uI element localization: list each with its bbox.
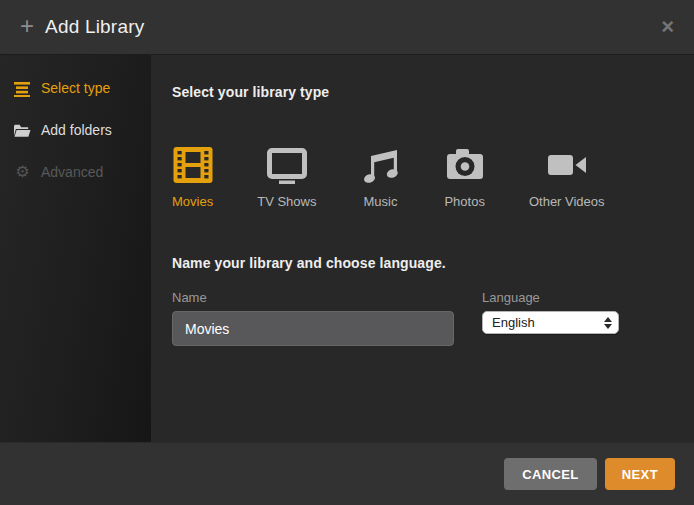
music-note-icon <box>360 145 400 185</box>
name-field-label: Name <box>172 290 454 305</box>
video-camera-icon <box>547 145 587 185</box>
sidebar-item-advanced[interactable]: ⚙ Advanced <box>0 151 151 193</box>
tv-icon <box>266 145 308 185</box>
library-type-label: Other Videos <box>529 194 605 209</box>
close-icon[interactable]: × <box>661 16 674 38</box>
language-field-label: Language <box>482 290 619 305</box>
select-stepper-arrows-icon <box>604 317 612 329</box>
library-type-photos[interactable]: Photos <box>444 145 484 209</box>
wizard-steps-sidebar: Select type Add folders ⚙ Advanced <box>0 55 151 442</box>
sidebar-item-label: Advanced <box>41 164 103 180</box>
sidebar-item-select-type[interactable]: Select type <box>0 67 151 109</box>
type-lines-icon <box>14 80 31 97</box>
library-type-movies[interactable]: Movies <box>172 145 213 209</box>
library-type-row: Movies TV Shows <box>172 145 694 209</box>
cancel-button[interactable]: CANCEL <box>504 458 597 490</box>
name-language-form: Name Language English <box>172 290 694 346</box>
dialog-title: Add Library <box>45 16 144 38</box>
library-type-heading: Select your library type <box>172 84 694 100</box>
film-strip-icon <box>173 145 213 185</box>
folder-icon <box>14 122 31 139</box>
next-button[interactable]: NEXT <box>605 458 675 490</box>
library-name-input[interactable] <box>172 311 454 346</box>
library-type-music[interactable]: Music <box>360 145 400 209</box>
plus-icon: + <box>20 14 34 38</box>
name-language-heading: Name your library and choose language. <box>172 255 694 271</box>
language-field-group: Language English <box>482 290 619 346</box>
dialog-body: Select type Add folders ⚙ Advanced <box>0 55 694 442</box>
main-content: Select your library type <box>151 55 694 442</box>
name-field-group: Name <box>172 290 454 346</box>
dialog-header: + Add Library × <box>0 0 694 55</box>
library-type-label: Music <box>363 194 397 209</box>
library-type-other-videos[interactable]: Other Videos <box>529 145 605 209</box>
dialog-footer: CANCEL NEXT <box>0 442 694 505</box>
sidebar-item-add-folders[interactable]: Add folders <box>0 109 151 151</box>
sidebar-item-label: Select type <box>41 80 110 96</box>
library-type-label: Movies <box>172 194 213 209</box>
language-select-value: English <box>492 315 535 330</box>
sidebar-item-label: Add folders <box>41 122 112 138</box>
camera-icon <box>445 145 485 185</box>
add-library-dialog: + Add Library × Select type <box>0 0 694 505</box>
gear-icon: ⚙ <box>14 164 31 181</box>
library-type-tv-shows[interactable]: TV Shows <box>257 145 316 209</box>
language-select[interactable]: English <box>482 311 619 334</box>
library-type-label: Photos <box>444 194 484 209</box>
library-type-label: TV Shows <box>257 194 316 209</box>
